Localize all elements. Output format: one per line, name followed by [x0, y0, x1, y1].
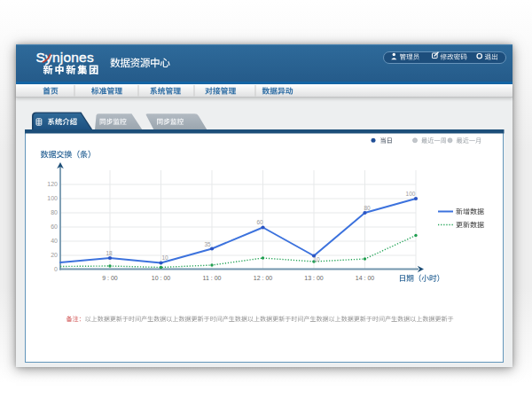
svg-text:12 : 00: 12 : 00 [254, 275, 273, 281]
svg-text:100: 100 [406, 191, 416, 197]
svg-text:120: 120 [47, 181, 58, 187]
svg-text:18: 18 [106, 250, 113, 256]
svg-text:0: 0 [54, 266, 58, 272]
svg-text:10 : 00: 10 : 00 [152, 275, 171, 281]
svg-text:80: 80 [51, 209, 58, 215]
svg-text:20: 20 [51, 252, 58, 258]
svg-text:60: 60 [256, 219, 263, 225]
svg-text:9 : 00: 9 : 00 [102, 275, 118, 281]
svg-text:13 : 00: 13 : 00 [304, 275, 324, 281]
svg-text:40: 40 [51, 238, 58, 244]
svg-text:60: 60 [51, 223, 58, 230]
svg-text:35: 35 [204, 241, 211, 247]
svg-text:14 : 00: 14 : 00 [356, 275, 375, 281]
svg-text:10: 10 [161, 254, 168, 261]
svg-text:80: 80 [364, 205, 371, 211]
svg-text:100: 100 [47, 195, 58, 201]
svg-text:11 : 00: 11 : 00 [203, 275, 222, 281]
svg-text:10: 10 [313, 256, 320, 262]
